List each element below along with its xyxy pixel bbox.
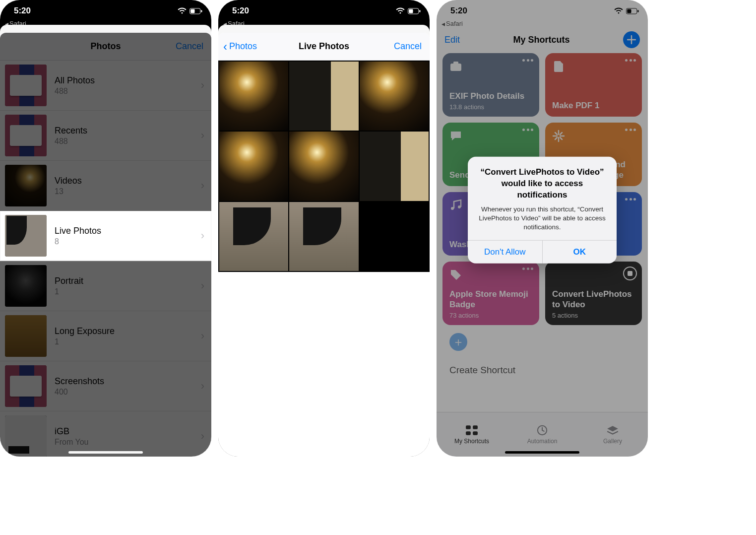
album-name: Screenshots: [55, 376, 201, 387]
status-icons: [396, 7, 421, 14]
status-bar: 5:20: [218, 0, 430, 20]
alert-title: “Convert LivePhotos to Video” would like…: [477, 167, 608, 201]
svg-rect-2: [201, 10, 202, 12]
permission-alert: “Convert LivePhotos to Video” would like…: [468, 157, 617, 263]
album-thumbnail: [5, 365, 47, 407]
album-row-portrait[interactable]: Portrait1›: [0, 261, 211, 311]
photo-thumbnail[interactable]: [289, 202, 358, 271]
cancel-button[interactable]: Cancel: [394, 33, 422, 60]
picker-title: Live Photos: [299, 41, 349, 52]
photo-thumbnail[interactable]: [219, 202, 288, 271]
album-count: 1: [55, 287, 201, 296]
album-count: 488: [55, 137, 201, 146]
home-indicator[interactable]: [287, 451, 361, 454]
album-name: Portrait: [55, 276, 201, 286]
album-thumbnail: [5, 215, 47, 257]
alert-message: Whenever you run this shortcut, “Convert…: [477, 205, 608, 232]
chevron-right-icon: ›: [201, 279, 204, 292]
album-info: Portrait1: [55, 276, 201, 296]
album-thumbnail: [5, 65, 47, 106]
screen-photos-albums: 5:20 ◂ Safari Photos Cancel All Photos48…: [0, 0, 211, 457]
album-thumbnail: [5, 315, 47, 357]
photo-thumbnail[interactable]: [289, 62, 358, 131]
chevron-right-icon: ›: [201, 229, 204, 242]
chevron-left-icon: ‹: [223, 40, 227, 54]
album-name: Videos: [55, 176, 201, 186]
album-count: 488: [55, 87, 201, 96]
album-count: 13: [55, 187, 201, 196]
album-name: Long Exposure: [55, 326, 201, 336]
chevron-right-icon: ›: [201, 179, 204, 192]
chevron-right-icon: ›: [201, 330, 204, 342]
chevron-right-icon: ›: [201, 430, 204, 443]
album-info: Videos13: [55, 176, 201, 196]
album-name: Recents: [55, 126, 201, 136]
album-info: All Photos488: [55, 75, 201, 96]
album-info: Live Photos8: [55, 226, 201, 246]
alert-ok-button[interactable]: OK: [543, 240, 617, 263]
album-info: Recents488: [55, 126, 201, 146]
album-row-screenshots[interactable]: Screenshots400›: [0, 361, 211, 411]
picker-header: Photos Cancel: [0, 33, 211, 61]
album-thumbnail: [5, 165, 47, 206]
svg-rect-5: [419, 10, 420, 12]
album-info: Screenshots400: [55, 376, 201, 397]
wifi-icon: [396, 7, 405, 14]
album-info: Long Exposure1: [55, 326, 201, 346]
album-count: 400: [55, 388, 201, 397]
screen-shortcuts-alert: 5:20 ◂ Safari Edit My Shortcuts EXIF Pho…: [437, 0, 648, 457]
battery-icon: [189, 8, 202, 14]
back-button[interactable]: ‹ Photos: [223, 33, 257, 60]
picker-title: Photos: [91, 41, 121, 52]
album-name: Live Photos: [55, 226, 201, 236]
album-count: 1: [55, 337, 201, 346]
photo-thumbnail[interactable]: [360, 62, 429, 131]
album-count: 8: [55, 237, 201, 246]
back-label: Photos: [229, 41, 257, 52]
album-info: iGBFrom You: [55, 426, 201, 447]
alert-deny-button[interactable]: Don't Allow: [468, 240, 543, 263]
album-name: iGB: [55, 426, 201, 437]
album-thumbnail: [5, 115, 47, 156]
chevron-right-icon: ›: [201, 380, 204, 393]
alert-buttons: Don't Allow OK: [468, 240, 617, 263]
photo-thumbnail[interactable]: [219, 132, 288, 201]
album-row-live-photos[interactable]: Live Photos8›: [0, 211, 211, 261]
svg-rect-1: [190, 9, 194, 13]
photo-grid: [218, 61, 430, 272]
album-row-long-exposure[interactable]: Long Exposure1›: [0, 311, 211, 361]
battery-icon: [408, 8, 421, 14]
album-row-igb[interactable]: iGBFrom You›: [0, 411, 211, 457]
album-name: All Photos: [55, 75, 201, 86]
album-row-all-photos[interactable]: All Photos488›: [0, 61, 211, 111]
screen-live-photos-grid: 5:20 ◂ Safari ‹ Photos Live Photos Cance…: [218, 0, 430, 457]
cancel-button[interactable]: Cancel: [176, 33, 203, 60]
album-row-recents[interactable]: Recents488›: [0, 111, 211, 161]
highlighted-row-slot: Live Photos8›: [0, 211, 211, 261]
home-indicator[interactable]: [505, 451, 579, 454]
album-thumbnail: [5, 415, 47, 457]
status-bar: 5:20: [0, 0, 211, 20]
picker-header: ‹ Photos Live Photos Cancel: [218, 33, 430, 61]
photo-thumbnail[interactable]: [289, 132, 358, 201]
chevron-right-icon: ›: [201, 129, 204, 142]
photo-picker-sheet: ‹ Photos Live Photos Cancel: [218, 33, 430, 457]
wifi-icon: [178, 7, 187, 14]
chevron-right-icon: ›: [201, 79, 204, 92]
photo-thumbnail[interactable]: [360, 132, 429, 201]
alert-body: “Convert LivePhotos to Video” would like…: [468, 157, 617, 240]
svg-rect-4: [409, 9, 413, 13]
home-indicator[interactable]: [68, 451, 143, 454]
clock: 5:20: [232, 6, 249, 16]
album-thumbnail: [5, 265, 47, 307]
album-count: From You: [55, 438, 201, 447]
album-row-videos[interactable]: Videos13›: [0, 161, 211, 211]
photo-thumbnail[interactable]: [219, 62, 288, 131]
clock: 5:20: [14, 6, 31, 16]
status-icons: [178, 7, 202, 14]
